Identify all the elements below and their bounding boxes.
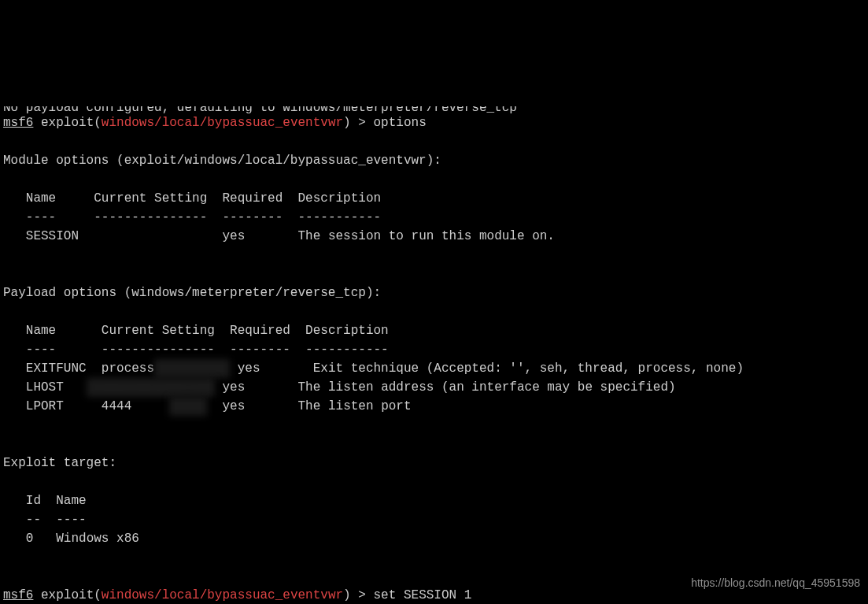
terminal-output[interactable]: No payload configured, defaulting to win… [0, 76, 868, 604]
row-target-name: Windows x86 [56, 532, 139, 546]
col-current-setting: Current Setting [102, 324, 215, 338]
exploit-target-header: Exploit target: [3, 456, 116, 470]
col-required: Required [222, 191, 283, 206]
redacted-region: . [154, 359, 230, 378]
redacted-lhost-value: xxx.xxx.xxx.xxx [87, 378, 215, 397]
dash: ---- [26, 343, 56, 357]
prompt-module-path: windows/local/bypassuac_eventvwr [102, 588, 343, 602]
dash: ---- [26, 210, 56, 224]
row-lhost-desc: The listen address (an interface may be … [298, 380, 676, 395]
row-lport-cur: 4444 [102, 399, 131, 413]
dash: ---- [56, 513, 86, 527]
dash: ----------- [305, 343, 389, 357]
prompt-gt: > [358, 588, 366, 602]
col-name: Name [26, 324, 56, 338]
dash: --------------- [102, 343, 215, 357]
row-exitfunc-desc: Exit technique (Accepted: '', seh, threa… [313, 361, 744, 376]
row-target-id: 0 [26, 532, 34, 546]
row-session-desc: The session to run this module on. [298, 229, 555, 243]
col-current-setting: Current Setting [94, 191, 207, 206]
prompt-gt: > [358, 116, 366, 130]
dash: --------------- [94, 210, 207, 224]
prompt-msf: msf6 [3, 116, 33, 130]
col-name: Name [26, 191, 56, 206]
row-lhost-name: LHOST [26, 380, 64, 395]
col-description: Description [297, 191, 381, 206]
redacted-region [169, 397, 207, 416]
cmd-options: options [374, 116, 427, 130]
row-exitfunc-req: yes [238, 361, 260, 376]
dash: -- [26, 513, 41, 527]
col-name: Name [56, 494, 86, 508]
payload-options-header: Payload options (windows/meterpreter/rev… [3, 286, 381, 300]
prompt-exploit-word: exploit [41, 116, 94, 130]
module-options-header: Module options (exploit/windows/local/by… [3, 154, 441, 168]
truncated-line: No payload configured, defaulting to win… [3, 106, 517, 113]
row-exitfunc-cur: process [102, 361, 154, 376]
watermark-text: https://blog.csdn.net/qq_45951598 [691, 575, 860, 591]
row-lport-name: LPORT [26, 399, 64, 413]
col-required: Required [230, 324, 290, 338]
row-session-req: yes [222, 229, 245, 243]
cmd-set-session: set SESSION 1 [374, 588, 472, 602]
col-id: Id [26, 494, 41, 508]
prompt-module-path: windows/local/bypassuac_eventvwr [102, 116, 343, 130]
row-session-name: SESSION [26, 229, 79, 243]
dash: ----------- [297, 210, 381, 224]
row-lhost-req: yes [222, 380, 245, 395]
row-lport-desc: The listen port [298, 399, 412, 413]
row-exitfunc-name: EXITFUNC [26, 361, 87, 376]
row-lport-req: yes [222, 399, 245, 413]
dash: -------- [230, 343, 290, 357]
col-description: Description [305, 324, 389, 338]
prompt-exploit-word: exploit [41, 588, 94, 602]
dash: -------- [222, 210, 283, 224]
prompt-msf: msf6 [3, 588, 33, 602]
